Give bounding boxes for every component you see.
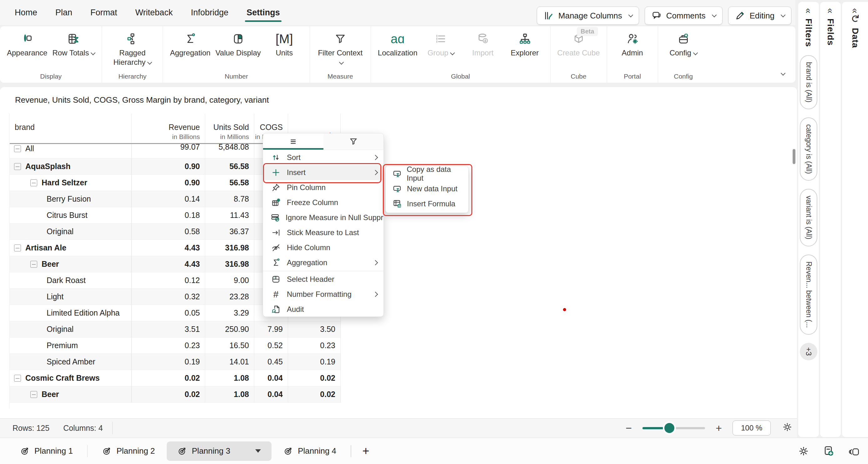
chevron-right-icon [373, 170, 378, 175]
filter-pill[interactable]: Reven... between (... [800, 255, 817, 335]
zoom-level-value[interactable]: 100 % [733, 420, 771, 436]
zoom-slider[interactable] [643, 427, 705, 429]
collapse-toggle-icon[interactable] [14, 145, 21, 152]
table-row[interactable]: Beer0.021.080.040.02 [10, 386, 341, 403]
admin-button[interactable]: Admin [612, 29, 653, 59]
sheet-tab-planning-4[interactable]: Planning 4 [272, 438, 348, 464]
config-button[interactable]: Config [662, 29, 705, 59]
row-totals-icon [67, 33, 80, 45]
table-row[interactable]: Premium0.2316.500.520.23 [10, 338, 341, 354]
refresh-icon[interactable]: ↻ [849, 14, 862, 23]
gear-icon[interactable] [798, 445, 809, 457]
units-button[interactable]: [M]Units [264, 29, 305, 59]
tab-dropdown-caret[interactable] [255, 449, 261, 453]
column-header-revenue[interactable]: Revenuein Billions [132, 114, 205, 143]
collapse-panel-icon[interactable]: « [826, 8, 835, 13]
menu-item-settings[interactable]: Settings [238, 0, 289, 25]
status-bar: Rows: 125 Columns: 4 − + 100 % [0, 418, 797, 437]
ribbon-group-global: aɑLocalizationGroupImportExplorerGlobal [371, 26, 551, 83]
collapse-toggle-icon[interactable] [30, 391, 37, 398]
menu-item-aggregation[interactable]: Aggregation [263, 255, 383, 270]
fields-panel: «Fields [820, 2, 841, 437]
menu-item-format[interactable]: Format [81, 0, 126, 25]
table-row[interactable]: Original3.51250.907.993.50 [10, 321, 341, 338]
menu-item-pin-column[interactable]: Pin Column [263, 180, 383, 195]
menu-item-plan[interactable]: Plan [46, 0, 81, 25]
collapse-toggle-icon[interactable] [14, 244, 21, 252]
value-cell: 1.08 [205, 386, 254, 402]
column-header-units-sold[interactable]: Units Soldin Millions [205, 114, 254, 143]
stack-icon[interactable] [848, 445, 860, 457]
add-sheet-button[interactable]: + [354, 444, 378, 458]
aggregation-button[interactable]: Aggregation [167, 29, 213, 59]
menu-item-label: Pin Column [287, 183, 377, 192]
row-header-cell: Original [10, 224, 132, 239]
menu-item-label: Sort [287, 153, 373, 162]
rows-count: Rows: 125 [12, 424, 50, 433]
collapse-panel-icon[interactable]: « [850, 8, 860, 13]
menu-item-writeback[interactable]: Writeback [126, 0, 182, 25]
sheet-tab-planning-3[interactable]: Planning 3 [167, 441, 272, 461]
menu-tab[interactable]: ≡ [263, 134, 323, 150]
table-row[interactable]: Cosmic Craft Brews0.021.080.040.02 [10, 370, 341, 386]
menu-item-hide-column[interactable]: Hide Column [263, 240, 383, 255]
submenu-item-new-data-input[interactable]: New data Input [386, 181, 468, 196]
row-label: Berry Fusion [46, 191, 91, 207]
value-cell: 1.08 [205, 370, 254, 386]
zoom-in-button[interactable]: + [714, 422, 723, 434]
select-header-icon [271, 274, 281, 284]
collapse-toggle-icon[interactable] [30, 179, 37, 186]
localization-button[interactable]: aɑLocalization [375, 29, 420, 59]
table-row[interactable]: Spiced Amber0.1914.010.450.19 [10, 354, 341, 370]
menu-item-freeze-column[interactable]: Freeze Column [263, 195, 383, 210]
chevron-right-icon [373, 260, 378, 265]
quick-action-label: Comments [666, 11, 706, 21]
value-cell: 0.90 [132, 158, 205, 174]
menu-item-home[interactable]: Home [6, 0, 46, 25]
column-header-brand[interactable]: brand [10, 114, 132, 143]
menu-item-stick-measure-to-last[interactable]: Stick Measure to Last [263, 225, 383, 240]
menu-item-audit[interactable]: Audit [263, 302, 383, 317]
ribbon-collapse-chevron-icon[interactable] [781, 71, 786, 76]
ribbon-button-label: Filter Context [317, 48, 364, 67]
value-cell: 0.45 [254, 354, 288, 370]
filter-pill[interactable]: category is (All) [800, 117, 817, 181]
ribbon-button-label: Explorer [511, 48, 539, 58]
ribbon-button-label: Units [276, 48, 293, 58]
submenu-item-copy-as-data-input[interactable]: Copy as data Input [386, 166, 468, 181]
appearance-button[interactable]: Appearance [4, 29, 50, 59]
comments-icon [651, 10, 662, 21]
menu-item-infobridge[interactable]: Infobridge [182, 0, 238, 25]
collapse-toggle-icon[interactable] [14, 163, 21, 170]
value-cell: 0.23 [288, 338, 341, 353]
row-totals-button[interactable]: Row Totals [50, 29, 97, 59]
editing-button[interactable]: Editing [728, 6, 792, 25]
collapse-toggle-icon[interactable] [30, 261, 37, 268]
filter-pill[interactable]: brand is (All) [800, 55, 817, 109]
menu-item-sort[interactable]: Sort [263, 150, 383, 165]
filter-pill[interactable]: variant is (All) [800, 189, 817, 246]
sheet-tab-planning-1[interactable]: Planning 1 [8, 438, 85, 464]
ragged-hierarchy-button[interactable]: Ragged Hierarchy [106, 29, 158, 68]
manage-columns-button[interactable]: Manage Columns [537, 6, 639, 25]
explorer-button[interactable]: Explorer [504, 29, 546, 59]
ribbon-button-label: Aggregation [170, 48, 210, 58]
table-settings-gear[interactable] [782, 422, 793, 434]
sheet-add-icon[interactable] [823, 445, 835, 457]
vertical-scrollbar-thumb[interactable] [793, 149, 796, 164]
filter-context-button[interactable]: Filter Context [314, 29, 366, 68]
sheet-tab-planning-2[interactable]: Planning 2 [90, 438, 167, 464]
menu-item-select-header[interactable]: Select Header [263, 272, 383, 287]
collapse-toggle-icon[interactable] [14, 375, 21, 382]
comments-button[interactable]: Comments [645, 6, 722, 25]
submenu-item-insert-formula[interactable]: Insert Formula [386, 196, 468, 211]
filter-tab[interactable] [323, 134, 384, 150]
menu-item-number-formatting[interactable]: #Number Formatting [263, 287, 383, 302]
collapse-panel-icon[interactable]: « [804, 8, 813, 13]
zoom-out-button[interactable]: − [624, 422, 633, 434]
more-filters-badge[interactable]: +3 [800, 343, 817, 360]
value-display-button[interactable]: Value Display [213, 29, 264, 59]
menu-item-insert[interactable]: Insert [263, 165, 383, 180]
menu-item-ignore-measure-in-null-suppression[interactable]: Ignore Measure in Null Suppression [263, 210, 383, 225]
zoom-slider-thumb[interactable] [664, 423, 674, 433]
